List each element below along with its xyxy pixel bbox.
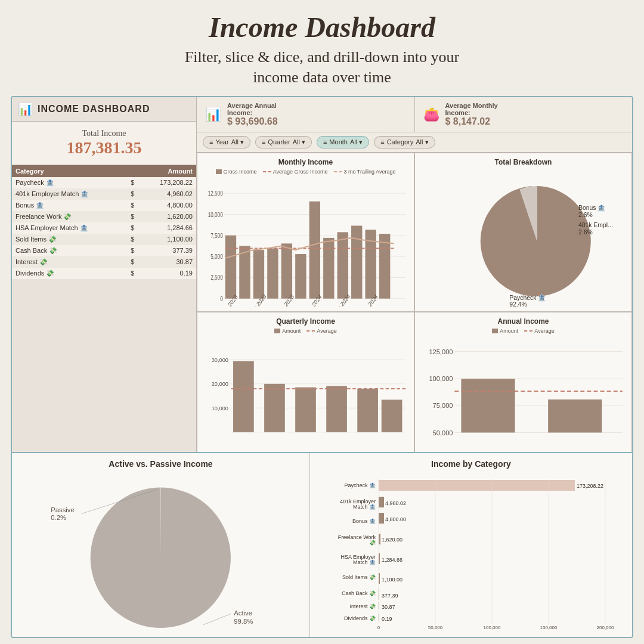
legend-gross: Gross Income <box>216 169 257 175</box>
svg-rect-16 <box>281 243 292 298</box>
col-category: Category <box>12 165 125 177</box>
category-cell: Sold Items 💸 <box>12 234 125 245</box>
svg-text:1,620.00: 1,620.00 <box>382 537 402 543</box>
svg-text:7,500: 7,500 <box>210 231 222 239</box>
filter-category-value: All ▾ <box>416 138 428 146</box>
dollar-cell: $ <box>125 234 140 245</box>
svg-text:5,000: 5,000 <box>210 253 222 260</box>
filter-quarter-value: All ▾ <box>293 138 305 146</box>
filter-icon: ≡ <box>209 138 213 145</box>
svg-text:0.19: 0.19 <box>382 616 392 622</box>
category-cell: Interest 💸 <box>12 256 125 268</box>
legend-q-avg: Average <box>306 328 336 334</box>
filter-icon: ≡ <box>323 138 327 145</box>
svg-text:50,000: 50,000 <box>433 429 453 436</box>
svg-line-67 <box>203 614 231 624</box>
svg-text:173,208.22: 173,208.22 <box>577 483 603 489</box>
dollar-cell: $ <box>125 188 140 200</box>
svg-rect-80 <box>379 480 575 491</box>
total-income-box: Total Income 187,381.35 <box>12 122 196 165</box>
annual-stat-label: Average AnnualIncome: <box>227 102 278 116</box>
legend-dashed-a-avg <box>524 330 532 332</box>
legend-avg: Average Gross Income <box>263 169 328 175</box>
annual-stat-box: 📊 Average AnnualIncome: $ 93,690.68 <box>197 97 415 132</box>
svg-rect-88 <box>379 553 380 564</box>
active-passive-title: Active vs. Passive Income <box>18 459 304 469</box>
svg-text:20,000: 20,000 <box>212 381 228 387</box>
svg-text:100,000: 100,000 <box>484 625 501 630</box>
filter-year[interactable]: ≡ Year All ▾ <box>203 136 250 148</box>
svg-text:377.39: 377.39 <box>382 593 398 599</box>
category-cell: 401k Employer Match 🏦 <box>12 188 125 200</box>
svg-text:150,000: 150,000 <box>540 625 558 630</box>
svg-rect-46 <box>295 387 316 432</box>
filter-bar: ≡ Year All ▾ ≡ Quarter All ▾ ≡ Month All… <box>197 132 632 153</box>
svg-text:4,960.02: 4,960.02 <box>385 500 406 506</box>
charts-grid: Monthly Income Gross Income Average Gros… <box>197 153 632 472</box>
dashboard-container: 📊 INCOME DASHBOARD Total Income 187,381.… <box>11 96 633 638</box>
svg-text:4,800.00: 4,800.00 <box>385 516 406 522</box>
legend-color-a-amount <box>492 329 498 333</box>
svg-text:Bonus 🏦: Bonus 🏦 <box>352 518 376 525</box>
category-cell: Bonus 🏦 <box>12 200 125 211</box>
category-cell: Dividends 💸 <box>12 268 125 279</box>
category-table: Category Amount Paycheck 🏦 $ 173,208.22 … <box>12 165 196 279</box>
filter-quarter-label: Quarter <box>268 138 290 145</box>
filter-category[interactable]: ≡ Category All ▾ <box>374 136 435 148</box>
legend-label-a-avg: Average <box>534 328 554 334</box>
right-area: 📊 Average AnnualIncome: $ 93,690.68 👛 Av… <box>197 97 632 452</box>
legend-label-trailing: 3 mo Trailing Average <box>344 169 396 175</box>
svg-text:Cash Back 💸: Cash Back 💸 <box>342 590 376 597</box>
svg-rect-45 <box>264 384 285 432</box>
amount-cell: 4,960.02 <box>140 188 196 200</box>
svg-rect-44 <box>233 361 254 432</box>
filter-quarter[interactable]: ≡ Quarter All ▾ <box>255 136 312 148</box>
svg-text:2.6%: 2.6% <box>578 228 593 235</box>
svg-rect-21 <box>351 225 362 298</box>
table-row: Sold Items 💸 $ 1,100.00 <box>12 234 196 245</box>
svg-rect-15 <box>267 248 278 298</box>
amount-cell: 4,800.00 <box>140 200 196 211</box>
monthly-stat-value: $ 8,147.02 <box>445 116 498 127</box>
left-panel: 📊 INCOME DASHBOARD Total Income 187,381.… <box>12 97 197 452</box>
filter-icon: ≡ <box>262 138 265 145</box>
legend-dashed-q-avg <box>306 330 315 332</box>
svg-text:12,500: 12,500 <box>208 190 223 197</box>
amount-cell: 1,620.00 <box>140 211 196 222</box>
quarterly-chart-box: Quarterly Income Amount Average <box>197 312 414 471</box>
left-header: 📊 INCOME DASHBOARD <box>12 97 196 122</box>
table-row: Bonus 🏦 $ 4,800.00 <box>12 200 196 211</box>
dollar-cell: $ <box>125 256 140 268</box>
svg-rect-60 <box>548 400 602 433</box>
amount-cell: 30.87 <box>140 256 196 268</box>
legend-color-q-amount <box>274 329 280 333</box>
svg-text:2.6%: 2.6% <box>578 212 593 218</box>
category-cell: Freelance Work 💸 <box>12 211 125 222</box>
filter-month[interactable]: ≡ Month All ▾ <box>317 136 369 148</box>
svg-text:99.8%: 99.8% <box>234 618 253 625</box>
filter-year-value: All ▾ <box>231 138 244 146</box>
svg-rect-48 <box>357 389 378 432</box>
total-income-value: 187,381.35 <box>18 138 190 157</box>
table-row: Paycheck 🏦 $ 173,208.22 <box>12 177 196 188</box>
svg-text:Sold Items 💸: Sold Items 💸 <box>342 574 376 581</box>
quarterly-chart-svg: 30,000 20,000 10,000 <box>202 336 409 466</box>
annual-chart-box: Annual Income Amount Average <box>414 312 632 471</box>
filter-month-label: Month <box>329 138 348 145</box>
amount-cell: 0.19 <box>140 268 196 279</box>
monthly-stat-info: Average MonthlyIncome: $ 8,147.02 <box>445 102 498 127</box>
svg-text:Interest 💸: Interest 💸 <box>349 603 376 610</box>
svg-text:75,000: 75,000 <box>433 402 453 409</box>
filter-category-label: Category <box>387 138 414 145</box>
category-cell: Paycheck 🏦 <box>12 177 125 188</box>
annual-chart-svg: 125,000 100,000 75,000 50,000 <box>420 336 627 466</box>
svg-text:30,000: 30,000 <box>212 357 228 363</box>
annual-chart-title: Annual Income <box>420 317 627 326</box>
legend-label-a-amount: Amount <box>500 328 518 334</box>
svg-text:Dividends 💸: Dividends 💸 <box>344 615 376 622</box>
svg-text:125,000: 125,000 <box>429 348 453 355</box>
svg-text:0: 0 <box>377 625 380 630</box>
breakdown-chart-svg: Bonus 🏦 2.6% 401k Empl... 2.6% Paycheck … <box>420 169 627 306</box>
dollar-cell: $ <box>125 200 140 211</box>
svg-rect-20 <box>338 232 348 298</box>
